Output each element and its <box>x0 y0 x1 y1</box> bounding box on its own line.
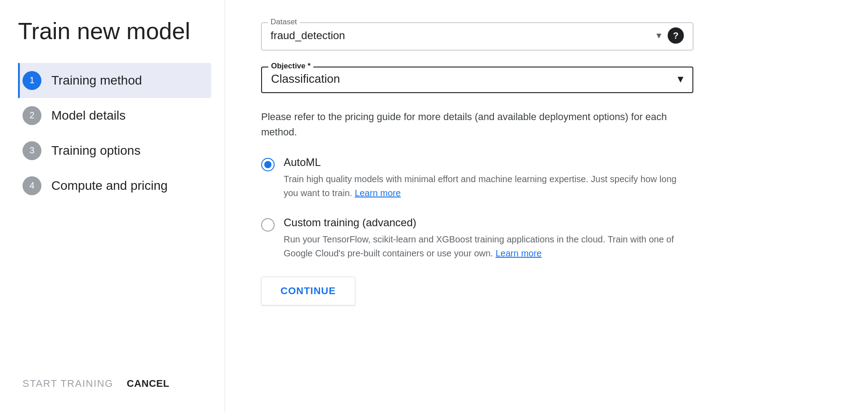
automl-content: AutoML Train high quality models with mi… <box>284 156 693 200</box>
dataset-value: fraud_detection <box>271 29 345 42</box>
step-number-1: 1 <box>23 71 41 90</box>
objective-field-wrapper[interactable]: Objective * Classification ▾ <box>261 67 693 93</box>
dataset-field-group: Dataset fraud_detection ▾ ? <box>261 22 832 50</box>
step-label-training-method: Training method <box>51 73 142 88</box>
step-label-model-details: Model details <box>51 108 126 123</box>
dataset-icons: ▾ ? <box>656 27 684 44</box>
steps-list: 1 Training method 2 Model details 3 Trai… <box>18 63 211 203</box>
objective-value: Classification <box>271 72 340 86</box>
page-title: Train new model <box>18 18 211 45</box>
step-item-model-details[interactable]: 2 Model details <box>18 98 211 133</box>
automl-learn-more-link[interactable]: Learn more <box>355 188 401 198</box>
dataset-field-wrapper[interactable]: Dataset fraud_detection ▾ ? <box>261 22 693 50</box>
objective-field-group: Objective * Classification ▾ <box>261 67 832 93</box>
automl-description: Train high quality models with minimal e… <box>284 172 693 200</box>
dataset-label: Dataset <box>268 18 300 27</box>
objective-label: Objective * <box>268 62 313 71</box>
dataset-help-icon[interactable]: ? <box>668 27 684 44</box>
step-label-compute-pricing: Compute and pricing <box>51 179 167 193</box>
pricing-info-text: Please refer to the pricing guide for mo… <box>261 109 693 140</box>
objective-row: Classification ▾ <box>271 72 683 86</box>
step-number-2: 2 <box>23 106 41 125</box>
custom-training-learn-more-link[interactable]: Learn more <box>496 248 542 258</box>
custom-training-radio-option: Custom training (advanced) Run your Tens… <box>261 216 693 260</box>
automl-radio-option: AutoML Train high quality models with mi… <box>261 156 693 200</box>
sidebar-actions: START TRAINING CANCEL <box>18 373 211 394</box>
start-training-button[interactable]: START TRAINING <box>23 373 113 394</box>
objective-dropdown-arrow-icon[interactable]: ▾ <box>678 72 683 86</box>
automl-radio-button[interactable] <box>261 158 275 171</box>
step-item-training-options[interactable]: 3 Training options <box>18 133 211 168</box>
continue-button[interactable]: CONTINUE <box>261 277 355 305</box>
dataset-dropdown-arrow-icon[interactable]: ▾ <box>656 30 661 41</box>
dataset-row: fraud_detection ▾ ? <box>271 27 684 44</box>
custom-training-title: Custom training (advanced) <box>284 216 693 229</box>
step-item-training-method[interactable]: 1 Training method <box>18 63 211 98</box>
automl-title: AutoML <box>284 156 693 169</box>
custom-training-description: Run your TensorFlow, scikit-learn and XG… <box>284 233 693 260</box>
main-content: Dataset fraud_detection ▾ ? Objective * … <box>225 0 868 412</box>
cancel-button[interactable]: CANCEL <box>127 373 170 394</box>
step-number-3: 3 <box>23 141 41 160</box>
custom-training-content: Custom training (advanced) Run your Tens… <box>284 216 693 260</box>
step-label-training-options: Training options <box>51 143 140 158</box>
step-item-compute-pricing[interactable]: 4 Compute and pricing <box>18 168 211 203</box>
sidebar: Train new model 1 Training method 2 Mode… <box>0 0 225 412</box>
step-number-4: 4 <box>23 176 41 195</box>
custom-training-radio-button[interactable] <box>261 218 275 232</box>
